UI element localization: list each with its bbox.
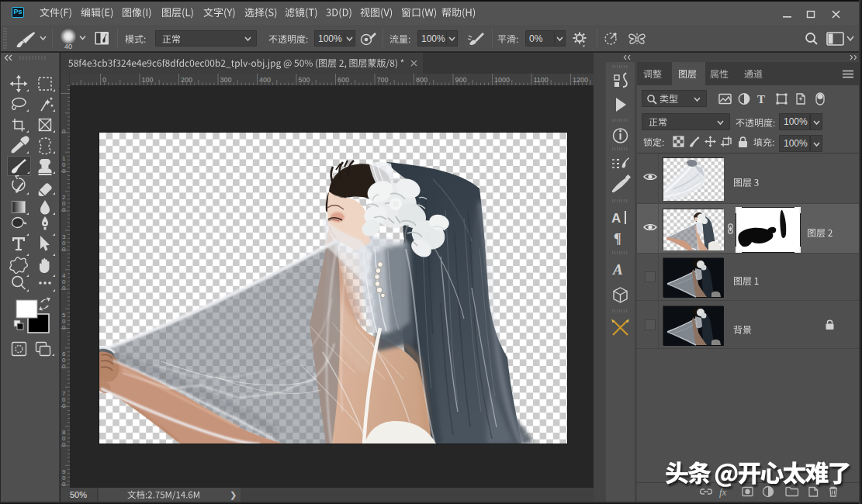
svg-text:0: 0	[62, 128, 66, 135]
svg-text:0: 0	[62, 481, 66, 488]
svg-text:0: 0	[62, 206, 66, 213]
svg-text:¶: ¶	[614, 231, 621, 247]
svg-text:800: 800	[416, 76, 428, 84]
svg-text:A: A	[611, 211, 621, 226]
svg-text:1000: 1000	[494, 76, 510, 84]
svg-text:400: 400	[259, 76, 271, 84]
svg-text:1200: 1200	[573, 76, 588, 84]
svg-text:300: 300	[220, 76, 232, 84]
svg-text:200: 200	[181, 76, 192, 84]
svg-text:600: 600	[338, 76, 349, 84]
svg-text:A: A	[612, 261, 623, 278]
svg-text:900: 900	[455, 76, 467, 84]
svg-text:0: 0	[62, 441, 66, 448]
svg-text:0: 0	[62, 363, 66, 370]
svg-text:700: 700	[377, 76, 389, 84]
svg-text:0: 0	[62, 167, 66, 174]
svg-text:500: 500	[299, 76, 310, 84]
svg-text:0: 0	[62, 285, 66, 292]
svg-text:T: T	[757, 93, 765, 105]
svg-text:100: 100	[142, 76, 154, 84]
svg-text:0: 0	[62, 246, 66, 253]
svg-text:0: 0	[62, 402, 66, 409]
svg-text:0: 0	[62, 324, 66, 331]
svg-text:1100: 1100	[534, 76, 549, 84]
svg-text:0: 0	[102, 76, 106, 84]
